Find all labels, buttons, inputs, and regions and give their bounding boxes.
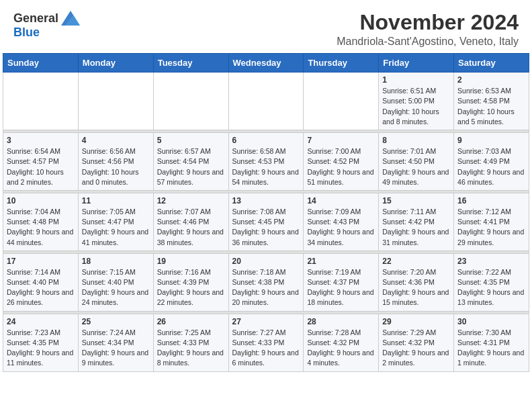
header-thursday: Thursday <box>304 54 379 73</box>
calendar-cell: 19Sunrise: 7:16 AMSunset: 4:39 PMDayligh… <box>153 253 228 311</box>
day-number: 25 <box>82 317 150 326</box>
day-number: 9 <box>457 136 525 145</box>
header-wednesday: Wednesday <box>228 54 304 73</box>
day-info: Sunrise: 7:18 AMSunset: 4:38 PMDaylight:… <box>232 267 300 308</box>
day-number: 26 <box>157 317 225 326</box>
calendar-cell <box>153 73 228 130</box>
header: General Blue November 2024 Mandriola-San… <box>0 0 532 53</box>
day-number: 4 <box>82 136 150 145</box>
day-number: 7 <box>307 136 375 145</box>
calendar-cell <box>3 73 79 130</box>
calendar-cell: 27Sunrise: 7:27 AMSunset: 4:33 PMDayligh… <box>228 314 304 371</box>
calendar-cell: 12Sunrise: 7:07 AMSunset: 4:46 PMDayligh… <box>153 193 228 250</box>
calendar-cell: 6Sunrise: 6:58 AMSunset: 4:53 PMDaylight… <box>228 133 304 191</box>
day-number: 22 <box>382 257 450 266</box>
calendar: Sunday Monday Tuesday Wednesday Thursday… <box>3 53 529 371</box>
day-info: Sunrise: 7:30 AMSunset: 4:31 PMDaylight:… <box>457 328 525 369</box>
calendar-cell: 9Sunrise: 7:03 AMSunset: 4:49 PMDaylight… <box>454 133 529 191</box>
day-info: Sunrise: 6:53 AMSunset: 4:58 PMDaylight:… <box>457 86 525 127</box>
calendar-cell: 10Sunrise: 7:04 AMSunset: 4:48 PMDayligh… <box>3 193 79 250</box>
day-number: 30 <box>457 317 525 326</box>
day-info: Sunrise: 7:05 AMSunset: 4:47 PMDaylight:… <box>82 207 150 248</box>
logo-icon <box>61 11 80 26</box>
calendar-cell: 17Sunrise: 7:14 AMSunset: 4:40 PMDayligh… <box>3 253 79 311</box>
logo-blue: Blue <box>13 26 40 39</box>
day-info: Sunrise: 7:00 AMSunset: 4:52 PMDaylight:… <box>307 146 375 187</box>
day-number: 15 <box>382 196 450 205</box>
day-number: 23 <box>457 257 525 266</box>
day-info: Sunrise: 7:03 AMSunset: 4:49 PMDaylight:… <box>457 146 525 187</box>
header-saturday: Saturday <box>454 54 529 73</box>
page-wrapper: General Blue November 2024 Mandriola-San… <box>0 0 532 375</box>
calendar-cell: 20Sunrise: 7:18 AMSunset: 4:38 PMDayligh… <box>228 253 304 311</box>
day-info: Sunrise: 7:12 AMSunset: 4:41 PMDaylight:… <box>457 207 525 248</box>
day-info: Sunrise: 7:01 AMSunset: 4:50 PMDaylight:… <box>382 146 450 187</box>
header-monday: Monday <box>78 54 153 73</box>
day-number: 24 <box>7 317 75 326</box>
calendar-cell: 7Sunrise: 7:00 AMSunset: 4:52 PMDaylight… <box>304 133 379 191</box>
calendar-cell: 4Sunrise: 6:56 AMSunset: 4:56 PMDaylight… <box>78 133 153 191</box>
day-number: 10 <box>7 196 75 205</box>
day-info: Sunrise: 7:20 AMSunset: 4:36 PMDaylight:… <box>382 267 450 308</box>
calendar-cell: 15Sunrise: 7:11 AMSunset: 4:42 PMDayligh… <box>379 193 454 250</box>
main-title: November 2024 <box>337 11 519 34</box>
day-info: Sunrise: 6:56 AMSunset: 4:56 PMDaylight:… <box>82 146 150 187</box>
calendar-cell: 18Sunrise: 7:15 AMSunset: 4:40 PMDayligh… <box>78 253 153 311</box>
calendar-cell: 23Sunrise: 7:22 AMSunset: 4:35 PMDayligh… <box>454 253 529 311</box>
day-number: 5 <box>157 136 225 145</box>
day-info: Sunrise: 7:27 AMSunset: 4:33 PMDaylight:… <box>232 328 300 369</box>
day-number: 11 <box>82 196 150 205</box>
logo-general: General <box>13 11 58 26</box>
day-number: 2 <box>457 75 525 85</box>
day-number: 8 <box>382 136 450 145</box>
day-number: 18 <box>82 257 150 266</box>
title-section: November 2024 Mandriola-Sant'Agostino, V… <box>337 11 519 48</box>
day-info: Sunrise: 7:24 AMSunset: 4:34 PMDaylight:… <box>82 328 150 369</box>
calendar-cell: 1Sunrise: 6:51 AMSunset: 5:00 PMDaylight… <box>379 73 454 130</box>
day-info: Sunrise: 7:22 AMSunset: 4:35 PMDaylight:… <box>457 267 525 308</box>
calendar-cell: 16Sunrise: 7:12 AMSunset: 4:41 PMDayligh… <box>454 193 529 250</box>
day-info: Sunrise: 7:11 AMSunset: 4:42 PMDaylight:… <box>382 207 450 248</box>
calendar-cell: 14Sunrise: 7:09 AMSunset: 4:43 PMDayligh… <box>304 193 379 250</box>
day-info: Sunrise: 7:29 AMSunset: 4:32 PMDaylight:… <box>382 328 450 369</box>
calendar-cell <box>228 73 304 130</box>
day-info: Sunrise: 7:16 AMSunset: 4:39 PMDaylight:… <box>157 267 225 308</box>
day-info: Sunrise: 7:19 AMSunset: 4:37 PMDaylight:… <box>307 267 375 308</box>
calendar-cell: 24Sunrise: 7:23 AMSunset: 4:35 PMDayligh… <box>3 314 79 371</box>
day-info: Sunrise: 7:23 AMSunset: 4:35 PMDaylight:… <box>7 328 75 369</box>
calendar-cell: 11Sunrise: 7:05 AMSunset: 4:47 PMDayligh… <box>78 193 153 250</box>
calendar-cell: 13Sunrise: 7:08 AMSunset: 4:45 PMDayligh… <box>228 193 304 250</box>
day-info: Sunrise: 7:07 AMSunset: 4:46 PMDaylight:… <box>157 207 225 248</box>
day-number: 6 <box>232 136 300 145</box>
day-number: 16 <box>457 196 525 205</box>
calendar-cell: 2Sunrise: 6:53 AMSunset: 4:58 PMDaylight… <box>454 73 529 130</box>
day-number: 21 <box>307 257 375 266</box>
day-number: 14 <box>307 196 375 205</box>
day-number: 12 <box>157 196 225 205</box>
calendar-header: Sunday Monday Tuesday Wednesday Thursday… <box>3 54 529 73</box>
header-tuesday: Tuesday <box>153 54 228 73</box>
logo: General Blue <box>13 11 80 40</box>
day-info: Sunrise: 7:09 AMSunset: 4:43 PMDaylight:… <box>307 207 375 248</box>
day-info: Sunrise: 7:25 AMSunset: 4:33 PMDaylight:… <box>157 328 225 369</box>
day-number: 13 <box>232 196 300 205</box>
calendar-cell: 28Sunrise: 7:28 AMSunset: 4:32 PMDayligh… <box>304 314 379 371</box>
day-info: Sunrise: 6:57 AMSunset: 4:54 PMDaylight:… <box>157 146 225 187</box>
calendar-cell: 25Sunrise: 7:24 AMSunset: 4:34 PMDayligh… <box>78 314 153 371</box>
day-info: Sunrise: 7:08 AMSunset: 4:45 PMDaylight:… <box>232 207 300 248</box>
day-info: Sunrise: 6:58 AMSunset: 4:53 PMDaylight:… <box>232 146 300 187</box>
calendar-cell: 8Sunrise: 7:01 AMSunset: 4:50 PMDaylight… <box>379 133 454 191</box>
header-sunday: Sunday <box>3 54 79 73</box>
calendar-body: 1Sunrise: 6:51 AMSunset: 5:00 PMDaylight… <box>3 73 529 371</box>
day-info: Sunrise: 7:14 AMSunset: 4:40 PMDaylight:… <box>7 267 75 308</box>
day-info: Sunrise: 6:51 AMSunset: 5:00 PMDaylight:… <box>382 86 450 127</box>
day-number: 20 <box>232 257 300 266</box>
day-number: 1 <box>382 75 450 85</box>
subtitle: Mandriola-Sant'Agostino, Veneto, Italy <box>337 36 519 48</box>
calendar-cell <box>304 73 379 130</box>
calendar-wrap: Sunday Monday Tuesday Wednesday Thursday… <box>0 53 532 374</box>
day-info: Sunrise: 7:28 AMSunset: 4:32 PMDaylight:… <box>307 328 375 369</box>
day-number: 19 <box>157 257 225 266</box>
day-number: 17 <box>7 257 75 266</box>
calendar-cell: 29Sunrise: 7:29 AMSunset: 4:32 PMDayligh… <box>379 314 454 371</box>
